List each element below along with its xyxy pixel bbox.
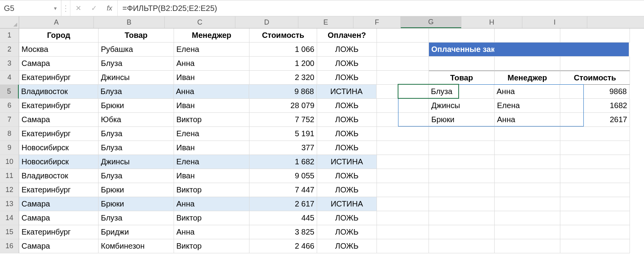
col-header-I[interactable]: I <box>522 16 587 28</box>
cell[interactable] <box>560 239 630 253</box>
cell[interactable]: Анна <box>174 57 249 71</box>
cell[interactable]: Елена <box>174 127 249 141</box>
cell[interactable]: ИСТИНА <box>317 197 377 211</box>
cell[interactable] <box>560 127 630 141</box>
cell[interactable]: Екатеринбург <box>19 127 99 141</box>
cell[interactable] <box>429 127 495 141</box>
cell[interactable]: ЛОЖЬ <box>317 225 377 239</box>
cell[interactable]: Самара <box>19 211 99 225</box>
cell[interactable] <box>495 28 560 43</box>
cell[interactable]: 9 055 <box>249 169 317 183</box>
insert-function-button[interactable]: fx <box>102 0 118 16</box>
row-header[interactable]: 13 <box>0 197 19 211</box>
cell[interactable]: ЛОЖЬ <box>317 57 377 71</box>
cell[interactable]: Бриджи <box>99 225 174 239</box>
cell[interactable]: Оплачен? <box>317 28 377 43</box>
cell[interactable]: 1 682 <box>249 155 317 169</box>
row-header[interactable]: 16 <box>0 239 19 253</box>
cell[interactable] <box>495 197 560 211</box>
cell[interactable]: ЛОЖЬ <box>317 239 377 253</box>
row-header[interactable]: 15 <box>0 225 19 239</box>
cell[interactable]: Анна <box>495 113 560 127</box>
cell[interactable]: Брюки <box>429 113 495 127</box>
cell[interactable]: ЛОЖЬ <box>317 127 377 141</box>
cell[interactable] <box>377 183 429 197</box>
cell[interactable] <box>377 155 429 169</box>
cell[interactable] <box>429 239 495 253</box>
cell[interactable]: Стоимость <box>560 71 630 85</box>
cell[interactable]: 2617 <box>560 113 630 127</box>
cell[interactable]: Брюки <box>99 197 174 211</box>
col-header-D[interactable]: D <box>235 16 298 28</box>
cell[interactable]: Екатеринбург <box>19 71 99 85</box>
cell[interactable]: 1 200 <box>249 57 317 71</box>
cell[interactable] <box>560 169 630 183</box>
cell[interactable]: Товар <box>99 28 174 43</box>
cell[interactable] <box>377 127 429 141</box>
cell[interactable]: Виктор <box>174 113 249 127</box>
cell[interactable] <box>560 57 630 71</box>
cell[interactable]: Комбинезон <box>99 239 174 253</box>
cell[interactable]: Анна <box>174 225 249 239</box>
cell[interactable]: ЛОЖЬ <box>317 71 377 85</box>
cell[interactable]: Товар <box>429 71 495 85</box>
cell[interactable]: Елена <box>174 155 249 169</box>
cell[interactable]: 7 447 <box>249 183 317 197</box>
cell[interactable]: Елена <box>174 43 249 57</box>
cell[interactable]: ЛОЖЬ <box>317 113 377 127</box>
cell[interactable]: Джинсы <box>99 155 174 169</box>
cell[interactable]: 1 066 <box>249 43 317 57</box>
cell[interactable]: Самара <box>19 197 99 211</box>
cell[interactable]: ЛОЖЬ <box>317 43 377 57</box>
cell[interactable]: Владивосток <box>19 85 98 99</box>
cell[interactable] <box>495 155 560 169</box>
cell[interactable]: Екатеринбург <box>19 225 99 239</box>
cell[interactable]: Блуза <box>99 57 174 71</box>
cell[interactable] <box>429 57 495 71</box>
cell[interactable]: Иван <box>174 141 249 155</box>
row-header[interactable]: 9 <box>0 141 19 155</box>
col-header-C[interactable]: C <box>165 16 235 28</box>
cell[interactable] <box>560 141 630 155</box>
cell[interactable]: Блуза <box>99 141 174 155</box>
cell[interactable]: Самара <box>19 239 99 253</box>
row-header[interactable]: 6 <box>0 99 19 113</box>
cell[interactable] <box>560 28 630 43</box>
cell[interactable]: Анна <box>174 197 249 211</box>
cell[interactable] <box>495 169 560 183</box>
cell[interactable]: 1682 <box>560 99 630 113</box>
cell[interactable]: Иван <box>174 99 249 113</box>
cell[interactable]: 2 617 <box>249 197 317 211</box>
cell[interactable]: 7 752 <box>249 113 317 127</box>
cell[interactable]: Новосибирск <box>19 141 99 155</box>
cell[interactable]: Блуза <box>98 85 174 99</box>
cell[interactable]: Анна <box>494 85 560 99</box>
cell[interactable]: 28 079 <box>249 99 317 113</box>
cell[interactable]: Блуза <box>429 85 494 99</box>
chevron-down-icon[interactable]: ▾ <box>52 5 59 11</box>
cell[interactable]: Джинсы <box>99 71 174 85</box>
cell[interactable]: Оплаченные заказы <box>429 43 494 57</box>
cell[interactable] <box>377 141 429 155</box>
col-header-H[interactable]: H <box>461 16 522 28</box>
cell[interactable]: Юбка <box>99 113 174 127</box>
cell[interactable] <box>560 211 630 225</box>
cell[interactable]: 9868 <box>560 85 630 99</box>
col-header-F[interactable]: F <box>353 16 401 28</box>
cell[interactable]: ЛОЖЬ <box>317 99 377 113</box>
cell[interactable]: ЛОЖЬ <box>317 211 377 225</box>
cell[interactable]: Брюки <box>99 99 174 113</box>
cell[interactable]: Новосибирск <box>19 155 99 169</box>
col-header-G[interactable]: G <box>401 16 461 28</box>
cell[interactable]: Елена <box>495 99 560 113</box>
cell[interactable] <box>429 183 495 197</box>
cell[interactable]: 3 825 <box>249 225 317 239</box>
cell[interactable] <box>560 183 630 197</box>
cell[interactable]: Блуза <box>99 211 174 225</box>
cell[interactable] <box>429 197 495 211</box>
cell[interactable]: Екатеринбург <box>19 183 99 197</box>
cell[interactable] <box>494 43 560 57</box>
cell[interactable] <box>377 239 429 253</box>
cell[interactable]: Анна <box>174 85 249 99</box>
cell[interactable] <box>429 211 495 225</box>
